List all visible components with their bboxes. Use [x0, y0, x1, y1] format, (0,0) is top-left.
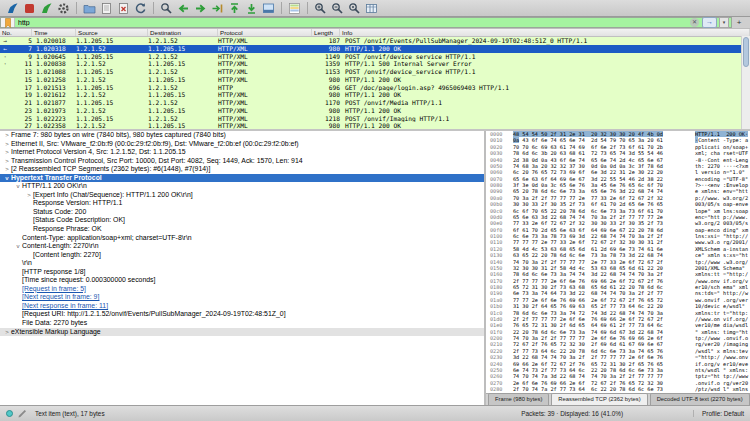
go-last-icon[interactable] [244, 1, 259, 16]
byte-view-tab[interactable]: Reassembled TCP (2362 bytes) [551, 393, 647, 405]
cell-mark: · [0, 53, 10, 61]
column-header-time[interactable]: Time [32, 29, 76, 36]
packet-row[interactable]: 131.0210881.1.205.151.2.1.52HTTP/XML1153… [0, 68, 750, 76]
restart-capture-icon[interactable] [39, 1, 54, 16]
expand-icon[interactable]: > [25, 191, 33, 200]
packet-row[interactable]: 171.0215131.1.205.151.2.1.52HTTP696GET /… [0, 84, 750, 92]
packet-list-scrollbar[interactable] [741, 36, 750, 129]
resize-columns-icon[interactable] [364, 1, 379, 16]
detail-line[interactable]: [Content length: 2270] [0, 251, 484, 260]
detail-line[interactable]: [Request URI: http://1.2.1.52/onvif/Even… [0, 310, 484, 319]
go-forward-icon[interactable] [193, 1, 208, 16]
detail-line[interactable]: Response Phrase: OK [0, 225, 484, 234]
display-filter-input[interactable] [15, 18, 690, 27]
go-first-icon[interactable] [227, 1, 242, 16]
detail-line[interactable]: [Request in frame: 5] [0, 285, 484, 294]
start-capture-icon[interactable] [5, 1, 20, 16]
close-file-icon[interactable] [116, 1, 131, 16]
open-file-icon[interactable] [82, 1, 97, 16]
expand-icon[interactable]: > [3, 328, 11, 337]
byte-view-tab[interactable]: Frame (980 bytes) [488, 393, 549, 405]
detail-text: [Request URI: http://1.2.1.52/onvif/Even… [22, 310, 286, 319]
collapse-icon[interactable]: v [14, 242, 22, 251]
packet-row[interactable]: ·91.0206451.1.205.151.2.1.52HTTP/XML1149… [0, 53, 750, 61]
packet-row[interactable]: ←71.0203181.2.1.521.1.205.15HTTP/XML980H… [0, 45, 750, 53]
detail-line[interactable]: File Data: 2270 bytes [0, 319, 484, 328]
detail-line[interactable]: >Ethernet II, Src: VMware_f2:0b:f9 (00:0… [0, 140, 484, 149]
column-header-length[interactable]: Length [312, 29, 340, 36]
column-header-destination[interactable]: Destination [148, 29, 218, 36]
zoom-in-icon[interactable] [313, 1, 328, 16]
clear-filter-icon[interactable]: ✕ [690, 18, 699, 27]
stop-capture-icon[interactable] [22, 1, 37, 16]
expand-icon[interactable]: > [3, 157, 11, 166]
detail-line[interactable]: >[Expert Info (Chat/Sequence): HTTP/1.1 … [0, 191, 484, 200]
column-header-no[interactable]: No. [0, 29, 32, 36]
go-to-packet-icon[interactable] [210, 1, 225, 16]
hex-ascii[interactable]: /ptz/wsd l" xmlns [695, 386, 748, 392]
detail-line[interactable]: [HTTP response 1/8] [0, 268, 484, 277]
detail-line[interactable]: >[2 Reassembled TCP Segments (2362 bytes… [0, 165, 484, 174]
detail-line[interactable]: vHTTP/1.1 200 OK\r\n [0, 182, 484, 191]
cell-dst: 1.2.1.52 [148, 99, 218, 107]
packet-row[interactable]: 191.0216121.2.1.521.1.205.15HTTP/XML980H… [0, 91, 750, 99]
cell-proto: HTTP/XML [218, 99, 312, 107]
detail-line[interactable]: >Transmission Control Protocol, Src Port… [0, 157, 484, 166]
packet-row[interactable]: 251.0222231.1.205.151.2.1.52HTTP/XML1218… [0, 115, 750, 123]
column-header-info[interactable]: Info [340, 29, 750, 36]
expand-icon[interactable]: > [3, 131, 11, 140]
detail-text: [Request in frame: 5] [22, 285, 86, 294]
expand-icon[interactable]: > [3, 165, 11, 174]
collapse-icon[interactable]: v [3, 174, 11, 183]
expand-icon[interactable]: > [3, 148, 11, 157]
filter-bookmark-icon[interactable] [1, 18, 15, 27]
column-header-source[interactable]: Source [76, 29, 148, 36]
collapse-icon[interactable]: v [14, 182, 22, 191]
detail-line[interactable]: [Next response in frame: 11] [0, 302, 484, 311]
detail-line[interactable]: Response Version: HTTP/1.1 [0, 199, 484, 208]
packet-row[interactable]: →51.0200181.1.205.151.2.1.52HTTP/XML187P… [0, 37, 750, 45]
zoom-reset-icon[interactable] [347, 1, 362, 16]
apply-filter-icon[interactable]: → [702, 17, 717, 28]
packet-row[interactable]: 231.0219731.2.1.521.1.205.15HTTP/XML980H… [0, 107, 750, 115]
zoom-out-icon[interactable] [330, 1, 345, 16]
detail-line[interactable]: vHypertext Transfer Protocol [0, 174, 484, 183]
auto-scroll-icon[interactable] [261, 1, 276, 16]
expand-icon[interactable]: > [3, 140, 11, 149]
save-file-icon[interactable] [99, 1, 114, 16]
expert-info-icon[interactable] [6, 410, 13, 417]
cell-no: 23 [10, 107, 32, 115]
packet-row[interactable]: ·111.0208381.2.1.521.1.205.15HTTP/XML135… [0, 60, 750, 68]
filter-dropdown-icon[interactable]: ▾ [719, 17, 729, 28]
go-back-icon[interactable] [176, 1, 191, 16]
packet-row[interactable]: 211.0218771.1.205.151.2.1.52HTTP/XML1170… [0, 99, 750, 107]
cell-dst: 1.2.1.52 [148, 84, 218, 92]
column-header-protocol[interactable]: Protocol [218, 29, 312, 36]
detail-line[interactable]: Content-Type: application/soap+xml; char… [0, 234, 484, 243]
detail-line[interactable]: >Frame 7: 980 bytes on wire (7840 bits),… [0, 131, 484, 140]
capture-options-icon[interactable] [56, 1, 71, 16]
packet-row[interactable]: 271.0223581.2.1.521.1.205.15HTTP/XML980H… [0, 122, 750, 129]
detail-line[interactable]: [Time since request: 0.000300000 seconds… [0, 276, 484, 285]
capture-comment-icon[interactable] [18, 409, 27, 418]
detail-line[interactable]: [Next request in frame: 9] [0, 293, 484, 302]
hex-row[interactable]: 02802f 70 74 7a 2f 77 73 64 6c 22 20 78 … [486, 386, 750, 392]
add-filter-button[interactable]: + [732, 17, 746, 28]
detail-line[interactable]: vContent-Length: 2270\r\n [0, 242, 484, 251]
profile-selector[interactable]: Profile: Default [693, 410, 744, 417]
byte-view-tab[interactable]: Decoded UTF-8 text (2270 bytes) [650, 393, 750, 405]
detail-line[interactable]: >Internet Protocol Version 4, Src: 1.2.1… [0, 148, 484, 157]
colorize-icon[interactable] [287, 1, 302, 16]
detail-line[interactable]: \r\n [0, 259, 484, 268]
detail-line[interactable]: Status Code: 200 [0, 208, 484, 217]
toolbar-separator [153, 2, 154, 14]
cell-dst: 1.1.205.15 [148, 76, 218, 84]
find-packet-icon[interactable] [159, 1, 174, 16]
display-filter-field[interactable]: ✕ → ▾ [0, 17, 732, 28]
detail-line[interactable]: [Status Code Description: OK] [0, 216, 484, 225]
reload-file-icon[interactable] [133, 1, 148, 16]
hex-bytes[interactable]: 2f 70 74 7a 2f 77 73 64 6c 22 20 78 6d 6… [513, 386, 668, 392]
packet-row[interactable]: 151.0212581.2.1.521.1.205.15HTTP/XML980H… [0, 76, 750, 84]
scrollbar-thumb[interactable] [743, 37, 749, 67]
detail-line[interactable]: >eXtensible Markup Language [0, 328, 484, 337]
